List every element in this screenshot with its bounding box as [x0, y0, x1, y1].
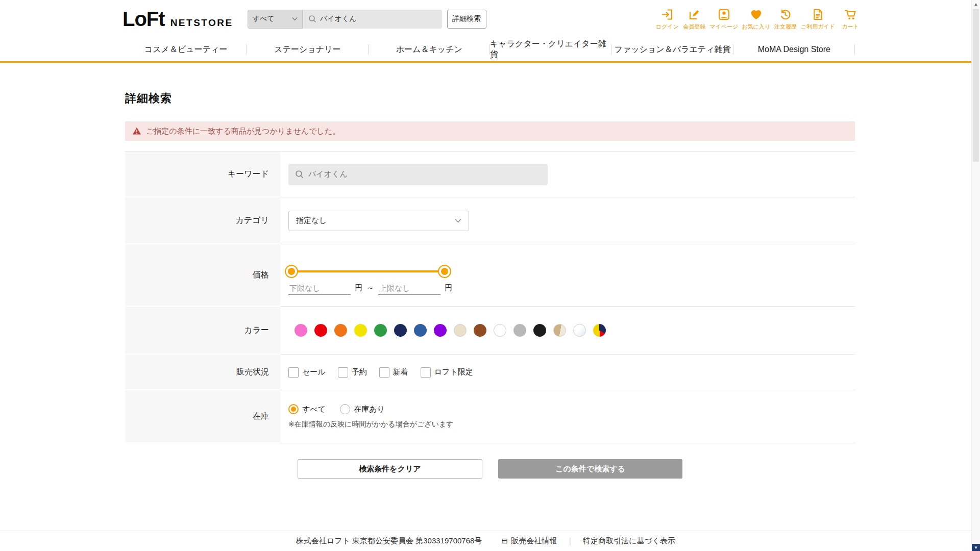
header: LoFt NETSTORE すべて 詳細検索 ログイン 会員登録	[0, 0, 980, 38]
register-icon	[688, 8, 701, 21]
alert-banner: ご指定の条件に一致する商品が見つかりませんでした。	[125, 121, 855, 141]
radio-icon	[340, 404, 350, 414]
checkbox-option-1[interactable]: 予約	[338, 367, 367, 378]
register-label: 会員登録	[683, 23, 705, 31]
form-row-color: カラー	[125, 307, 855, 355]
price-min-input[interactable]	[288, 282, 351, 295]
checkbox-option-0[interactable]: セール	[288, 367, 326, 378]
color-swatch-orange[interactable]	[334, 324, 347, 337]
scrollbar[interactable]: ▲ ▼	[971, 0, 980, 551]
favorite-icon	[749, 8, 763, 21]
form-row-sales-status: 販売状況 セール予約新着ロフト限定	[125, 355, 855, 390]
category-select[interactable]: 指定なし	[288, 211, 469, 231]
color-label: カラー	[125, 307, 280, 355]
price-slider-max-handle[interactable]	[438, 265, 451, 278]
keyword-search-box	[288, 164, 548, 185]
nav-item-2[interactable]: ホーム＆キッチン	[369, 38, 490, 61]
store-icon	[501, 538, 508, 544]
cart-link[interactable]: カート	[839, 8, 862, 31]
page: LoFt NETSTORE すべて 詳細検索 ログイン 会員登録	[0, 0, 980, 551]
color-swatch-clear[interactable]	[573, 324, 586, 337]
header-search: すべて 詳細検索	[248, 10, 486, 29]
mypage-label: マイページ	[709, 23, 738, 31]
color-swatch-gray[interactable]	[513, 324, 526, 337]
checkbox-label: セール	[302, 367, 326, 377]
alert-message: ご指定の条件に一致する商品が見つかりませんでした。	[146, 127, 340, 136]
warning-icon	[132, 127, 141, 135]
main-nav-list: コスメ＆ビューティーステーショナリーホーム＆キッチンキャラクター・クリエイター雑…	[125, 38, 855, 61]
clear-conditions-button[interactable]: 検索条件をクリア	[298, 459, 482, 479]
nav-item-3[interactable]: キャラクター・クリエイター雑貨	[490, 38, 611, 61]
radio-label: 在庫あり	[354, 405, 385, 414]
color-swatch-black[interactable]	[533, 324, 546, 337]
color-swatch-multicolor[interactable]	[593, 324, 606, 337]
checkbox-label: 新着	[393, 367, 408, 377]
color-swatch-blue[interactable]	[414, 324, 427, 337]
page-title: 詳細検索	[125, 91, 855, 106]
nav-item-0[interactable]: コスメ＆ビューティー	[125, 38, 247, 61]
color-swatch-white[interactable]	[494, 324, 506, 337]
checkbox-option-2[interactable]: 新着	[379, 367, 408, 378]
mypage-link[interactable]: マイページ	[709, 8, 738, 31]
cart-label: カート	[842, 23, 859, 31]
color-swatch-pink[interactable]	[295, 324, 307, 337]
color-swatch-purple[interactable]	[434, 324, 447, 337]
chevron-down-icon	[292, 17, 298, 21]
price-range-slider[interactable]	[291, 264, 445, 279]
color-swatch-yellow[interactable]	[354, 324, 367, 337]
sales-status-label: 販売状況	[125, 355, 280, 390]
color-swatch-beige[interactable]	[454, 324, 467, 337]
price-slider-min-handle[interactable]	[285, 265, 298, 278]
footer: 株式会社ロフト 東京都公安委員会 第303319700768号 販売会社情報 ｜…	[0, 531, 971, 551]
scroll-down-arrow-icon[interactable]: ▼	[972, 544, 980, 551]
color-swatch-navy[interactable]	[394, 324, 407, 337]
login-label: ログイン	[656, 23, 679, 31]
login-icon	[660, 8, 674, 21]
price-slider-track	[291, 270, 445, 272]
checkbox-icon	[421, 367, 431, 378]
checkbox-option-3[interactable]: ロフト限定	[421, 367, 473, 378]
logo-loft-text: LoFt	[122, 8, 165, 31]
price-unit: 円	[355, 283, 362, 293]
search-submit-button[interactable]: この条件で検索する	[498, 459, 682, 479]
detail-search-button[interactable]: 詳細検索	[447, 10, 486, 29]
keyword-input[interactable]	[308, 170, 541, 179]
color-swatch-red[interactable]	[314, 324, 327, 337]
stock-label: 在庫	[125, 390, 280, 443]
favorites-link[interactable]: お気に入り	[742, 8, 770, 31]
sales-status-options: セール予約新着ロフト限定	[288, 367, 485, 378]
register-link[interactable]: 会員登録	[682, 8, 706, 31]
nav-item-5[interactable]: MoMA Design Store	[733, 38, 855, 61]
company-info: 株式会社ロフト 東京都公安委員会 第303319700768号	[296, 536, 482, 546]
scroll-up-arrow-icon[interactable]: ▲	[972, 0, 980, 8]
cart-icon	[844, 8, 857, 21]
seller-info-link[interactable]: 販売会社情報	[501, 536, 557, 546]
price-max-input[interactable]	[378, 282, 440, 295]
header-category-select[interactable]: すべて	[248, 10, 303, 29]
nav-item-4[interactable]: ファッション＆バラエティ雑貨	[611, 38, 733, 61]
legal-notice-link[interactable]: 特定商取引法に基づく表示	[583, 536, 675, 546]
order-history-link[interactable]: 注文履歴	[774, 8, 797, 31]
nav-item-1[interactable]: ステーショナリー	[247, 38, 368, 61]
search-form: キーワード カテゴリ 指定なし 価格	[125, 151, 855, 443]
login-link[interactable]: ログイン	[655, 8, 679, 31]
main-content: 詳細検索 ご指定の条件に一致する商品が見つかりませんでした。 キーワード カテゴ…	[125, 91, 855, 479]
guide-link[interactable]: ご利用ガイド	[801, 8, 835, 31]
radio-option-0[interactable]: すべて	[288, 404, 326, 414]
radio-option-1[interactable]: 在庫あり	[340, 404, 385, 414]
chevron-down-icon	[455, 218, 461, 223]
stock-note: ※在庫情報の反映に時間がかかる場合がございます	[288, 420, 454, 429]
logo-netstore-text: NETSTORE	[170, 17, 233, 29]
guide-label: ご利用ガイド	[801, 23, 835, 31]
form-row-stock: 在庫 すべて在庫あり ※在庫情報の反映に時間がかかる場合がございます	[125, 390, 855, 443]
color-swatch-list	[295, 324, 606, 337]
color-swatch-brown[interactable]	[474, 324, 486, 337]
price-range-separator: ～	[366, 283, 374, 293]
form-row-category: カテゴリ 指定なし	[125, 197, 855, 244]
scrollbar-thumb[interactable]	[973, 9, 979, 162]
color-swatch-green[interactable]	[374, 324, 387, 337]
color-swatch-gold[interactable]	[553, 324, 566, 337]
loft-logo[interactable]: LoFt NETSTORE	[122, 8, 233, 31]
checkbox-label: ロフト限定	[434, 367, 473, 377]
header-search-input[interactable]	[320, 15, 436, 23]
